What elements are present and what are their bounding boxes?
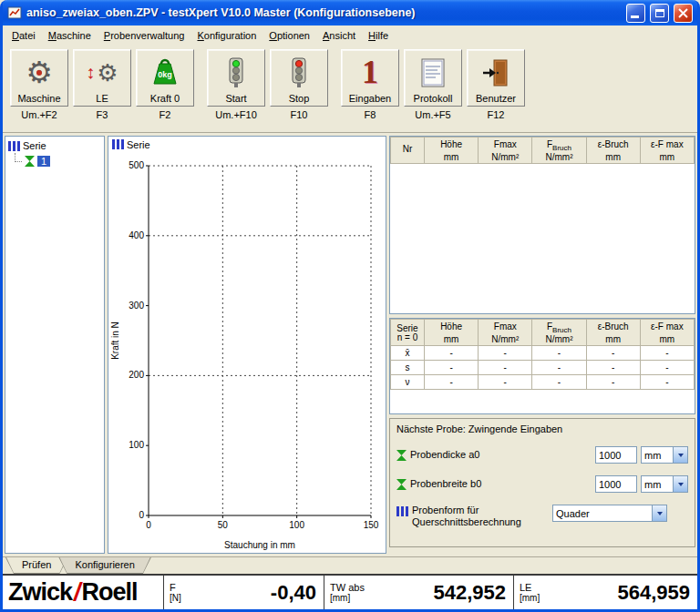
menu-probenverwaltung[interactable]: Probenverwaltung bbox=[98, 27, 191, 44]
chart-header: Serie bbox=[108, 137, 386, 153]
benutzer-button[interactable]: Benutzer bbox=[467, 49, 525, 107]
dropdown-arrow-icon[interactable] bbox=[673, 476, 687, 492]
stats-cell: - bbox=[425, 361, 479, 375]
svg-text:500: 500 bbox=[129, 160, 144, 170]
svg-text:0: 0 bbox=[146, 520, 151, 530]
right-column: Nr Höhemm FmaxN/mm² FBruchN/mm² ε-Bruchm… bbox=[389, 136, 695, 554]
specimen-icon bbox=[396, 479, 407, 490]
shortcut-label: F10 bbox=[291, 109, 308, 120]
close-button[interactable] bbox=[674, 4, 693, 23]
svg-text:400: 400 bbox=[129, 230, 144, 240]
menu-datei[interactable]: Datei bbox=[5, 27, 42, 44]
menu-hilfe[interactable]: Hilfe bbox=[362, 27, 395, 44]
series-tree-panel: Serie 1 bbox=[5, 136, 105, 554]
tree-root-label: Serie bbox=[23, 140, 46, 151]
svg-text:200: 200 bbox=[129, 370, 144, 380]
kraft0-button[interactable]: 0kg Kraft 0 bbox=[136, 49, 194, 107]
stats-cell: - bbox=[586, 346, 640, 361]
tree-item-1[interactable]: 1 bbox=[15, 153, 101, 167]
start-button[interactable]: Start bbox=[207, 49, 265, 107]
number-one-icon: 1 bbox=[362, 57, 378, 87]
menu-maschine[interactable]: Maschine bbox=[42, 27, 98, 44]
dropdown-arrow-icon[interactable] bbox=[673, 447, 687, 463]
status-bar: Zwick/Roell F[N] -0,40 TW abs[mm] 542,95… bbox=[3, 574, 697, 609]
svg-text:150: 150 bbox=[364, 520, 379, 530]
col-nr: Nr bbox=[391, 138, 425, 164]
stats-row-label: ν bbox=[391, 375, 425, 390]
maximize-button[interactable] bbox=[650, 4, 669, 23]
col-fbruch: FBruchN/mm² bbox=[532, 138, 586, 164]
tool-stop: Stop F10 bbox=[269, 49, 329, 120]
stats-cell: - bbox=[640, 361, 694, 375]
traffic-light-green-icon bbox=[227, 57, 245, 88]
field-label: Probenform für Querschnittsberechnung bbox=[412, 505, 549, 528]
field-probenform: Probenform für Querschnittsberechnung Qu… bbox=[396, 505, 688, 528]
shortcut-label: F3 bbox=[97, 109, 108, 120]
probenbreite-input[interactable] bbox=[595, 475, 637, 493]
field-probenbreite: Probenbreite b0 mm bbox=[396, 475, 688, 493]
stats-cell: - bbox=[479, 375, 532, 390]
shortcut-label: F8 bbox=[365, 109, 376, 120]
stop-button[interactable]: Stop bbox=[270, 49, 328, 107]
svg-text:300: 300 bbox=[129, 300, 144, 310]
eingaben-button[interactable]: 1 Eingaben bbox=[341, 49, 399, 107]
shortcut-label: F2 bbox=[160, 109, 171, 120]
svg-text:0kg: 0kg bbox=[158, 70, 172, 79]
maschine-button[interactable]: ⚙ Maschine bbox=[10, 49, 68, 107]
probenform-select[interactable]: Quader bbox=[552, 505, 667, 522]
series-icon bbox=[8, 141, 20, 151]
stats-cell: - bbox=[532, 361, 586, 375]
tab-konfigurieren[interactable]: Konfigurieren bbox=[58, 557, 150, 574]
status-field-le: LE[mm] 564,959 bbox=[513, 576, 697, 609]
shortcut-label: Um.+F5 bbox=[415, 109, 450, 120]
menu-konfiguration[interactable]: Konfiguration bbox=[190, 27, 262, 44]
chart-series-label: Serie bbox=[127, 139, 150, 150]
col-eps-fmax: ε-F maxmm bbox=[640, 138, 694, 164]
probendicke-input[interactable] bbox=[595, 446, 637, 464]
stats-cell: - bbox=[586, 375, 640, 390]
traffic-light-red-icon bbox=[290, 57, 308, 88]
tool-kraft0: 0kg Kraft 0 F2 bbox=[135, 49, 195, 120]
minimize-button[interactable] bbox=[626, 4, 645, 23]
stats-row-mean: x̄ - - - - - bbox=[391, 346, 695, 361]
col-fmax: FmaxN/mm² bbox=[479, 138, 532, 164]
col-eps-fmax: ε-F maxmm bbox=[640, 320, 694, 346]
probenbreite-unit-select[interactable]: mm bbox=[641, 475, 688, 493]
field-label: Probendicke a0 bbox=[410, 449, 592, 461]
stats-cell: - bbox=[640, 346, 694, 361]
dropdown-arrow-icon[interactable] bbox=[652, 505, 666, 521]
stats-cell: - bbox=[479, 346, 532, 361]
le-button[interactable]: ↕⚙ LE bbox=[73, 49, 131, 107]
stats-cell: - bbox=[479, 361, 532, 375]
svg-text:0: 0 bbox=[139, 510, 144, 520]
panel-title: Nächste Probe: Zwingende Eingaben bbox=[396, 423, 688, 434]
app-icon bbox=[7, 5, 22, 20]
stats-cell: - bbox=[532, 375, 586, 390]
weight-icon: 0kg bbox=[151, 58, 179, 87]
protokoll-button[interactable]: Protokoll bbox=[404, 49, 462, 107]
window-title: aniso_zweiax_oben.ZPV - testXpert V10.0 … bbox=[26, 6, 622, 19]
tree-item-serie[interactable]: Serie bbox=[8, 140, 101, 151]
svg-text:100: 100 bbox=[129, 440, 144, 450]
probendicke-unit-select[interactable]: mm bbox=[641, 446, 688, 464]
menu-optionen[interactable]: Optionen bbox=[262, 27, 316, 44]
le-value: 564,959 bbox=[540, 581, 690, 605]
series-icon bbox=[396, 506, 408, 516]
specimen-icon bbox=[396, 450, 407, 461]
title-bar[interactable]: aniso_zweiax_oben.ZPV - testXpert V10.0 … bbox=[3, 0, 697, 26]
svg-text:Kraft in N: Kraft in N bbox=[110, 321, 120, 360]
stats-cell: - bbox=[586, 361, 640, 375]
menu-ansicht[interactable]: Ansicht bbox=[316, 27, 362, 44]
field-label: Probenbreite b0 bbox=[410, 478, 592, 490]
app-window: aniso_zweiax_oben.ZPV - testXpert V10.0 … bbox=[0, 0, 700, 612]
series-icon bbox=[112, 139, 124, 149]
next-specimen-panel: Nächste Probe: Zwingende Eingaben Proben… bbox=[389, 418, 695, 547]
stats-row-label: x̄ bbox=[391, 346, 425, 361]
status-field-f: F[N] -0,40 bbox=[163, 576, 324, 609]
stats-row-s: s - - - - - bbox=[391, 361, 695, 375]
tool-benutzer: Benutzer F12 bbox=[466, 49, 526, 120]
results-table-panel: Nr Höhemm FmaxN/mm² FBruchN/mm² ε-Bruchm… bbox=[389, 136, 695, 314]
col-fmax: FmaxN/mm² bbox=[479, 320, 532, 346]
bottom-tab-bar: Prüfen Konfigurieren bbox=[3, 556, 697, 574]
chart-panel: Serie 0501001500100200300400500Stauchung… bbox=[108, 136, 386, 554]
